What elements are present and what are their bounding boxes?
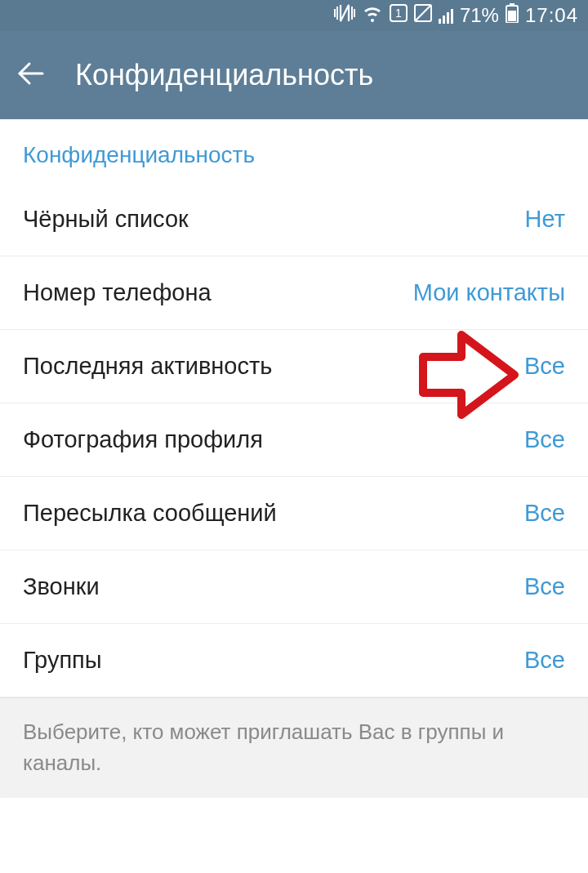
clock: 17:04 xyxy=(525,4,578,27)
row-value: Все xyxy=(524,353,565,380)
row-value: Все xyxy=(524,573,565,600)
row-label: Номер телефона xyxy=(23,279,212,306)
signal-empty-icon xyxy=(414,4,432,27)
wifi-icon xyxy=(362,4,383,27)
app-bar: Конфиденциальность xyxy=(0,31,588,119)
settings-list: Конфиденциальность Чёрный список Нет Ном… xyxy=(0,119,588,798)
status-bar: 1 71% 17:04 xyxy=(0,0,588,31)
row-value: Нет xyxy=(525,206,565,233)
row-value: Все xyxy=(524,647,565,674)
signal-bars-icon xyxy=(439,7,453,24)
row-last-seen[interactable]: Последняя активность Все xyxy=(0,330,588,403)
row-label: Последняя активность xyxy=(23,353,272,380)
row-label: Звонки xyxy=(23,573,100,600)
row-groups[interactable]: Группы Все xyxy=(0,624,588,697)
svg-rect-6 xyxy=(508,11,516,21)
page-title: Конфиденциальность xyxy=(75,58,373,92)
row-value: Все xyxy=(524,500,565,527)
svg-line-3 xyxy=(415,5,431,21)
row-forwarded-messages[interactable]: Пересылка сообщений Все xyxy=(0,477,588,550)
back-arrow-icon[interactable] xyxy=(16,59,46,91)
battery-icon xyxy=(506,3,519,28)
row-label: Чёрный список xyxy=(23,206,189,233)
row-calls[interactable]: Звонки Все xyxy=(0,550,588,624)
battery-percent: 71% xyxy=(460,4,499,27)
row-blocklist[interactable]: Чёрный список Нет xyxy=(0,183,588,256)
footer-hint: Выберите, кто может приглашать Вас в гру… xyxy=(0,697,588,798)
row-label: Группы xyxy=(23,647,102,674)
vibrate-icon xyxy=(334,3,355,28)
row-profile-photo[interactable]: Фотография профиля Все xyxy=(0,403,588,477)
row-label: Фотография профиля xyxy=(23,426,263,453)
row-phone-number[interactable]: Номер телефона Мои контакты xyxy=(0,256,588,330)
svg-text:1: 1 xyxy=(395,7,402,20)
sim-icon: 1 xyxy=(390,4,408,27)
row-value: Мои контакты xyxy=(413,279,565,306)
section-header-privacy: Конфиденциальность xyxy=(0,119,588,183)
row-label: Пересылка сообщений xyxy=(23,500,277,527)
status-icons: 1 71% 17:04 xyxy=(334,3,578,28)
row-value: Все xyxy=(524,426,565,453)
